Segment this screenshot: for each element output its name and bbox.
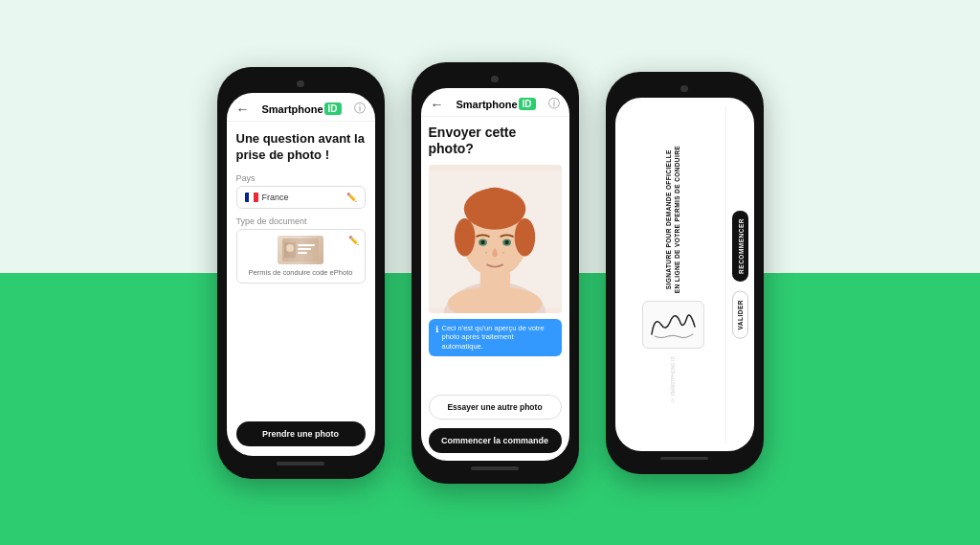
- phone-2-info-text: Ceci n'est qu'un aperçu de votre photo a…: [442, 324, 555, 352]
- phone-1-screen: ← Smartphone ID ⓘ Une question avant la …: [227, 93, 375, 456]
- signature-svg: [647, 306, 700, 344]
- phone-2-logo: Smartphone ID: [456, 98, 535, 110]
- phone-1-doc-image: [278, 236, 323, 264]
- info-circle-icon: ℹ: [435, 325, 438, 334]
- phone-2-content: Envoyer cette photo?: [421, 117, 569, 461]
- phone-2-header: ← Smartphone ID ⓘ: [421, 88, 569, 117]
- phone-1-home-bar: [277, 462, 324, 466]
- phone-2-brand-text: Smartphone: [456, 99, 517, 110]
- phone-2-camera: [491, 76, 499, 83]
- svg-rect-5: [298, 252, 307, 254]
- flag-red: [254, 193, 258, 202]
- phone-3-main: SIGNATURE POUR DEMANDE OFFICIELLEEN LIGN…: [621, 105, 725, 443]
- phone-1-doc-label: Permis de conduire code ePhoto: [249, 268, 353, 277]
- phone-3-valider-button[interactable]: VALIDER: [732, 291, 748, 339]
- svg-rect-1: [284, 242, 296, 258]
- phones-container: ← Smartphone ID ⓘ Une question avant la …: [189, 43, 792, 503]
- phone-1-pays-content: France: [245, 193, 289, 202]
- svg-point-20: [502, 252, 504, 254]
- phone-1-spacer: [236, 291, 366, 418]
- phone-1-content: Une question avant la prise de photo ! P…: [227, 122, 375, 456]
- phone-3-home-bar: [660, 457, 708, 461]
- phone-2: ← Smartphone ID ⓘ Envoyer cette photo?: [412, 62, 579, 484]
- svg-rect-0: [282, 238, 319, 261]
- france-flag: [245, 193, 258, 202]
- phone-2-face-photo: [429, 165, 562, 313]
- phone-2-title: Envoyer cette photo?: [429, 125, 562, 157]
- phone-3-watermark: © SMARTPHONE ID: [670, 356, 676, 403]
- phone-3-title-text: SIGNATURE POUR DEMANDE OFFICIELLEEN LIGN…: [665, 146, 680, 293]
- phone-3-recommencer-button[interactable]: RECOMMENCER: [732, 211, 748, 282]
- phone-2-spacer: [429, 364, 562, 395]
- svg-rect-3: [298, 244, 315, 246]
- phone-1-pays-edit-icon[interactable]: ✏️: [346, 193, 357, 202]
- phone-2-home-bar: [471, 466, 519, 470]
- svg-point-18: [504, 240, 508, 244]
- phone-3: SIGNATURE POUR DEMANDE OFFICIELLEEN LIGN…: [606, 72, 764, 474]
- phone-3-camera: [680, 85, 688, 93]
- svg-point-13: [454, 218, 475, 256]
- svg-point-12: [463, 188, 525, 229]
- phone-2-info-icon[interactable]: ⓘ: [548, 96, 560, 112]
- phone-1-back-icon[interactable]: ←: [236, 102, 250, 117]
- phone-2-retry-button[interactable]: Essayer une autre photo: [429, 395, 562, 420]
- phone-2-order-button[interactable]: Commencer la commande: [429, 428, 562, 453]
- svg-point-2: [286, 244, 294, 252]
- phone-2-info-banner: ℹ Ceci n'est qu'un aperçu de votre photo…: [429, 319, 562, 356]
- phone-1-pays-label: Pays: [236, 173, 366, 183]
- id-card-svg: [282, 238, 319, 261]
- face-image-svg: [429, 165, 562, 313]
- phone-1-info-icon[interactable]: ⓘ: [354, 101, 366, 117]
- phone-3-content: SIGNATURE POUR DEMANDE OFFICIELLEEN LIGN…: [615, 98, 754, 451]
- pays-value-text: France: [262, 193, 289, 202]
- phone-1-brand-text: Smartphone: [261, 103, 323, 115]
- phone-3-title: SIGNATURE POUR DEMANDE OFFICIELLEEN LIGN…: [664, 146, 681, 293]
- svg-point-14: [514, 218, 535, 256]
- phone-3-screen: SIGNATURE POUR DEMANDE OFFICIELLEEN LIGN…: [615, 98, 754, 451]
- phone-1-id-badge: ID: [324, 102, 342, 115]
- phone-2-id-badge: ID: [519, 98, 536, 110]
- phone-1-logo: Smartphone ID: [261, 102, 341, 115]
- phone-1-camera: [297, 80, 304, 88]
- phone-3-actions: RECOMMENCER VALIDER: [725, 105, 748, 443]
- svg-rect-4: [298, 248, 311, 250]
- phone-1-type-label: Type de document: [236, 216, 366, 226]
- phone-1-doc-box[interactable]: Permis de conduire code ePhoto ✏️: [236, 229, 366, 284]
- phone-1-title: Une question avant la prise de photo !: [236, 131, 366, 164]
- phone-2-back-icon[interactable]: ←: [431, 97, 444, 112]
- phone-3-signature-box: [642, 301, 704, 349]
- phone-1-photo-button[interactable]: Prendre une photo: [236, 421, 366, 446]
- phone-2-screen: ← Smartphone ID ⓘ Envoyer cette photo?: [421, 88, 569, 461]
- phone-1-doc-edit-icon[interactable]: ✏️: [348, 236, 359, 245]
- svg-point-17: [480, 240, 484, 244]
- svg-point-19: [485, 252, 487, 254]
- phone-1-pays-field[interactable]: France ✏️: [236, 186, 366, 209]
- phone-1: ← Smartphone ID ⓘ Une question avant la …: [217, 67, 385, 479]
- phone-1-header: ← Smartphone ID ⓘ: [227, 93, 375, 122]
